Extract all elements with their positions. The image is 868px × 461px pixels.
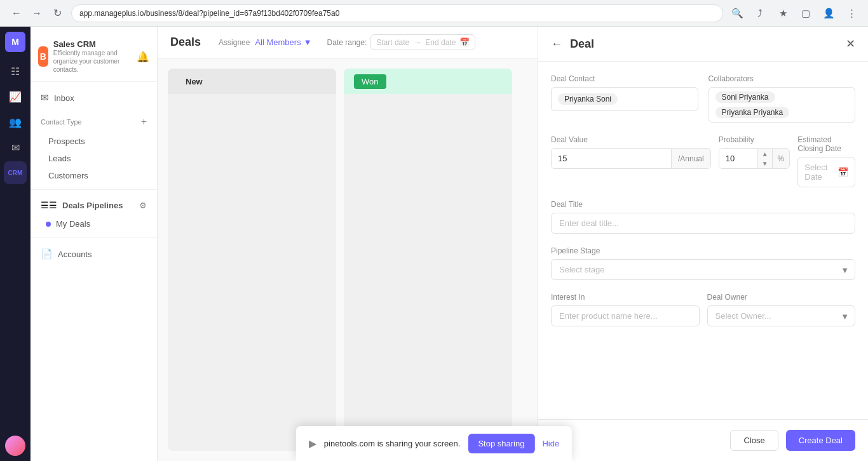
sidebar-item-customers[interactable]: Customers bbox=[31, 167, 157, 184]
deal-title-input[interactable] bbox=[551, 213, 855, 234]
icon-bar-contacts[interactable]: 👥 bbox=[4, 110, 27, 133]
address-bar[interactable]: app.manageplus.io/business/8/deal?pipeli… bbox=[71, 4, 723, 22]
interest-in-label: Interest In bbox=[551, 293, 700, 302]
sidebar-contact-type-section: Contact Type + bbox=[31, 109, 157, 133]
deal-value-label: Deal Value bbox=[551, 135, 711, 144]
contact-collaborators-row: Deal Contact Priyanka Soni Collaborators… bbox=[551, 74, 855, 123]
collaborators-label: Collaborators bbox=[709, 74, 856, 83]
date-arrow-icon: → bbox=[413, 37, 421, 47]
app-logo[interactable]: M bbox=[5, 32, 25, 52]
probability-input-group: ▲ ▼ % bbox=[719, 148, 790, 169]
contact-type-header: Contact Type + bbox=[41, 114, 147, 130]
forward-button[interactable]: → bbox=[28, 4, 46, 22]
deal-panel-header: ← Deal ✕ bbox=[538, 27, 868, 62]
column-header-new: New bbox=[168, 69, 336, 94]
deal-owner-select-wrapper: Select Owner... ▼ bbox=[707, 305, 856, 326]
pipeline-stage-section: Pipeline Stage Select stage ▼ bbox=[551, 246, 855, 280]
nav-buttons: ← → ↻ bbox=[8, 4, 66, 22]
probability-controls: ▲ ▼ bbox=[757, 149, 772, 168]
profile-icon[interactable]: 👤 bbox=[820, 4, 837, 22]
pipeline-stage-select[interactable]: Select stage bbox=[551, 259, 855, 280]
assignee-label: Assignee bbox=[219, 38, 250, 47]
date-range-label: Date range: bbox=[327, 38, 367, 47]
sidebar-item-my-deals[interactable]: My Deals bbox=[31, 215, 157, 232]
deal-value-input[interactable] bbox=[552, 149, 671, 168]
collaborator-tag-1: Soni Priyanka bbox=[715, 91, 775, 103]
deals-pipelines-section: ☰☰ Deals Pipelines ⚙ bbox=[31, 195, 157, 215]
sidebar-header-text: Sales CRM Efficiently manage and organiz… bbox=[53, 39, 132, 74]
closing-calendar-icon: 📅 bbox=[837, 167, 848, 177]
icon-bar-grid[interactable]: ☷ bbox=[4, 60, 27, 83]
assignee-button[interactable]: All Members ▼ bbox=[255, 37, 311, 47]
bookmark-icon[interactable]: ★ bbox=[774, 4, 792, 22]
closing-date-input[interactable]: Select Date 📅 bbox=[797, 157, 855, 187]
icon-bar-mail[interactable]: ✉ bbox=[4, 136, 27, 159]
share-icon[interactable]: ⤴ bbox=[751, 4, 769, 22]
deal-panel-body: Deal Contact Priyanka Soni Collaborators… bbox=[538, 62, 868, 419]
deal-value-suffix: /Annual bbox=[671, 149, 710, 168]
collaborators-input[interactable]: Soni Priyanka Priyanka Priyanka bbox=[709, 87, 856, 123]
window-icon[interactable]: ▢ bbox=[797, 4, 815, 22]
close-button[interactable]: Close bbox=[730, 430, 778, 451]
page-title: Deals bbox=[170, 36, 201, 49]
deal-value-input-group: /Annual bbox=[551, 148, 711, 169]
closing-date-label: Estimated Closing Date bbox=[797, 135, 855, 153]
probability-decrement-button[interactable]: ▼ bbox=[758, 159, 772, 168]
column-body-won bbox=[344, 94, 512, 221]
column-body-new bbox=[168, 94, 336, 221]
sharing-icon: ▶ bbox=[309, 438, 316, 450]
kanban-column-won: Won bbox=[344, 69, 512, 451]
screen-sharing-bar: ▶ pinetools.com is sharing your screen. … bbox=[296, 426, 572, 461]
notification-bell-icon[interactable]: 🔔 bbox=[137, 51, 149, 63]
accounts-icon: 📄 bbox=[41, 248, 53, 260]
stop-sharing-button[interactable]: Stop sharing bbox=[468, 434, 534, 453]
probability-input[interactable] bbox=[719, 149, 757, 168]
sidebar-item-leads[interactable]: Leads bbox=[31, 150, 157, 167]
sidebar-divider-2 bbox=[31, 237, 157, 238]
sidebar-item-inbox[interactable]: ✉ Inbox bbox=[31, 87, 157, 109]
date-input-group[interactable]: Start date → End date 📅 bbox=[370, 34, 475, 50]
add-contact-type-button[interactable]: + bbox=[141, 116, 147, 128]
settings-gear-icon[interactable]: ⚙ bbox=[139, 201, 147, 210]
interest-in-input[interactable] bbox=[551, 305, 700, 326]
browser-chrome: ← → ↻ app.manageplus.io/business/8/deal?… bbox=[0, 0, 868, 27]
icon-bar-crm[interactable]: CRM bbox=[4, 161, 27, 184]
end-date-placeholder: End date bbox=[425, 38, 456, 47]
deal-back-button[interactable]: ← bbox=[551, 37, 562, 51]
contact-tag: Priyanka Soni bbox=[558, 93, 618, 105]
calendar-icon[interactable]: 📅 bbox=[459, 37, 470, 47]
collaborator-tag-2: Priyanka Priyanka bbox=[715, 107, 790, 118]
hide-button[interactable]: Hide bbox=[542, 439, 559, 448]
deal-close-x-button[interactable]: ✕ bbox=[846, 37, 855, 51]
user-avatar[interactable] bbox=[5, 436, 25, 456]
deal-owner-select[interactable]: Select Owner... bbox=[707, 305, 856, 326]
chevron-down-icon: ▼ bbox=[304, 37, 312, 47]
sidebar-item-prospects[interactable]: Prospects bbox=[31, 133, 157, 150]
sidebar-logo: B bbox=[38, 46, 48, 67]
value-prob-date-row: Deal Value /Annual Probability ▲ ▼ bbox=[551, 135, 855, 187]
app-container: M ☷ 📈 👥 ✉ CRM B Sales CRM Efficiently ma… bbox=[0, 27, 868, 461]
won-badge: Won bbox=[354, 74, 386, 89]
interest-in-group: Interest In bbox=[551, 293, 700, 326]
deal-contact-input[interactable]: Priyanka Soni bbox=[551, 87, 698, 111]
collaborators-field: Collaborators Soni Priyanka Priyanka Pri… bbox=[709, 74, 856, 123]
start-date-placeholder: Start date bbox=[376, 38, 409, 47]
deals-pipelines-icon: ☰☰ bbox=[41, 200, 57, 210]
probability-increment-button[interactable]: ▲ bbox=[758, 149, 772, 159]
menu-icon[interactable]: ⋮ bbox=[843, 4, 860, 22]
create-deal-button[interactable]: Create Deal bbox=[786, 430, 855, 451]
icon-bar-analytics[interactable]: 📈 bbox=[4, 85, 27, 108]
closing-date-placeholder: Select Date bbox=[804, 163, 832, 182]
interest-owner-row: Interest In Deal Owner Select Owner... ▼ bbox=[551, 293, 855, 326]
search-icon[interactable]: 🔍 bbox=[728, 4, 746, 22]
reload-button[interactable]: ↻ bbox=[48, 4, 66, 22]
date-range-section: Date range: Start date → End date 📅 bbox=[327, 34, 476, 50]
sidebar-divider bbox=[31, 189, 157, 190]
sidebar-item-accounts[interactable]: 📄 Accounts bbox=[31, 243, 157, 265]
kanban-column-new: New bbox=[168, 69, 336, 451]
back-button[interactable]: ← bbox=[8, 4, 25, 22]
deal-title-section: Deal Title bbox=[551, 200, 855, 234]
icon-bar: M ☷ 📈 👥 ✉ CRM bbox=[0, 27, 31, 461]
deal-value-group: Deal Value /Annual bbox=[551, 135, 711, 187]
deal-panel-footer: Close Create Deal bbox=[538, 419, 868, 461]
